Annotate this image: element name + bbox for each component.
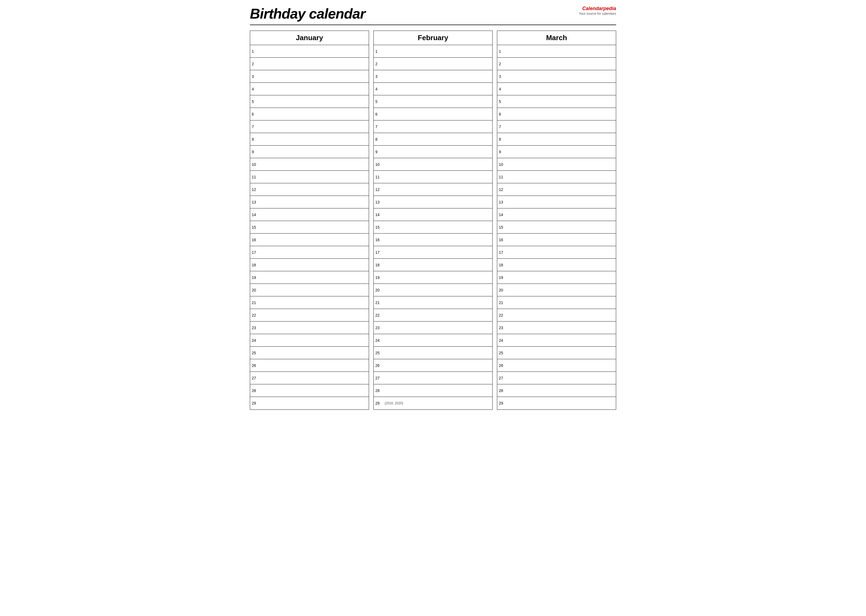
- day-row: 7: [497, 121, 616, 133]
- day-number: 24: [375, 338, 384, 343]
- day-number: 24: [499, 338, 507, 343]
- day-row: 13: [250, 196, 369, 208]
- day-number: 5: [252, 99, 260, 104]
- day-number: 15: [499, 225, 507, 229]
- day-row: 1: [250, 45, 369, 58]
- day-number: 29: [375, 401, 384, 405]
- day-row: 15: [497, 221, 616, 234]
- day-row: 13: [497, 196, 616, 208]
- day-row: 29: [497, 397, 616, 410]
- day-number: 28: [252, 388, 260, 393]
- day-number: 16: [375, 238, 384, 242]
- page-title: Birthday calendar: [250, 5, 365, 22]
- day-number: 16: [499, 238, 507, 242]
- day-row: 12: [374, 183, 492, 196]
- day-number: 14: [499, 212, 507, 217]
- day-row: 17: [374, 246, 492, 259]
- day-row: 25: [497, 347, 616, 359]
- day-number: 4: [499, 87, 507, 91]
- day-row: 9: [250, 146, 369, 158]
- day-number: 10: [375, 162, 384, 167]
- day-number: 15: [375, 225, 384, 229]
- day-row: 28: [250, 384, 369, 397]
- day-number: 2: [499, 62, 507, 66]
- day-row: 10: [374, 158, 492, 171]
- day-number: 21: [252, 300, 260, 305]
- day-row: 15: [374, 221, 492, 234]
- day-row: 16: [497, 234, 616, 246]
- day-row: 9: [374, 146, 492, 158]
- month-header-march: March: [497, 31, 616, 45]
- day-number: 26: [252, 363, 260, 368]
- day-number: 3: [252, 74, 260, 79]
- day-number: 13: [252, 200, 260, 204]
- day-row: 15: [250, 221, 369, 234]
- day-row: 21: [250, 296, 369, 309]
- day-row: 14: [250, 208, 369, 221]
- calendars-container: January123456789101112131415161718192021…: [250, 31, 616, 410]
- day-row: 2: [250, 58, 369, 70]
- day-row: 5: [374, 95, 492, 108]
- day-number: 7: [375, 124, 384, 129]
- day-row: 11: [374, 171, 492, 183]
- day-number: 29: [252, 401, 260, 405]
- day-row: 26: [497, 359, 616, 372]
- day-row: 27: [250, 372, 369, 384]
- day-row: 16: [250, 234, 369, 246]
- day-number: 23: [499, 325, 507, 330]
- day-number: 8: [375, 137, 384, 141]
- day-row: 4: [374, 83, 492, 95]
- day-number: 27: [375, 376, 384, 380]
- day-number: 23: [252, 325, 260, 330]
- day-number: 18: [499, 263, 507, 267]
- day-number: 18: [252, 263, 260, 267]
- day-row: 25: [250, 347, 369, 359]
- day-row: 26: [250, 359, 369, 372]
- day-number: 2: [252, 62, 260, 66]
- day-number: 12: [375, 187, 384, 192]
- day-row: 12: [497, 183, 616, 196]
- day-number: 14: [252, 212, 260, 217]
- day-number: 14: [375, 212, 384, 217]
- day-number: 19: [375, 275, 384, 280]
- day-number: 1: [499, 49, 507, 53]
- day-row: 4: [497, 83, 616, 95]
- day-number: 8: [499, 137, 507, 141]
- day-note: (2016, 2020): [385, 401, 403, 405]
- day-number: 20: [375, 288, 384, 292]
- day-number: 5: [499, 99, 507, 104]
- day-number: 7: [499, 124, 507, 129]
- day-row: 6: [250, 108, 369, 121]
- day-row: 8: [374, 133, 492, 146]
- day-row: 8: [497, 133, 616, 146]
- day-row: 1: [497, 45, 616, 58]
- day-number: 28: [499, 388, 507, 393]
- day-number: 10: [252, 162, 260, 167]
- day-row: 26: [374, 359, 492, 372]
- day-number: 6: [375, 112, 384, 116]
- day-row: 2: [497, 58, 616, 70]
- day-row: 25: [374, 347, 492, 359]
- day-number: 21: [499, 300, 507, 305]
- day-row: 24: [374, 334, 492, 347]
- day-row: 19: [250, 271, 369, 284]
- day-number: 20: [499, 288, 507, 292]
- day-row: 14: [497, 208, 616, 221]
- day-number: 26: [375, 363, 384, 368]
- day-row: 5: [497, 95, 616, 108]
- day-number: 1: [375, 49, 384, 53]
- logo-tagline: Your source for calendars: [579, 12, 616, 16]
- day-number: 3: [375, 74, 384, 79]
- day-row: 19: [497, 271, 616, 284]
- day-number: 22: [375, 313, 384, 317]
- month-name-february: February: [375, 34, 491, 42]
- month-calendar-february: February12345678910111213141516171819202…: [373, 31, 493, 410]
- day-row: 16: [374, 234, 492, 246]
- day-number: 4: [252, 87, 260, 91]
- day-number: 5: [375, 99, 384, 104]
- day-number: 19: [499, 275, 507, 280]
- month-header-january: January: [250, 31, 369, 45]
- day-row: 21: [497, 296, 616, 309]
- day-row: 11: [250, 171, 369, 183]
- day-number: 13: [499, 200, 507, 204]
